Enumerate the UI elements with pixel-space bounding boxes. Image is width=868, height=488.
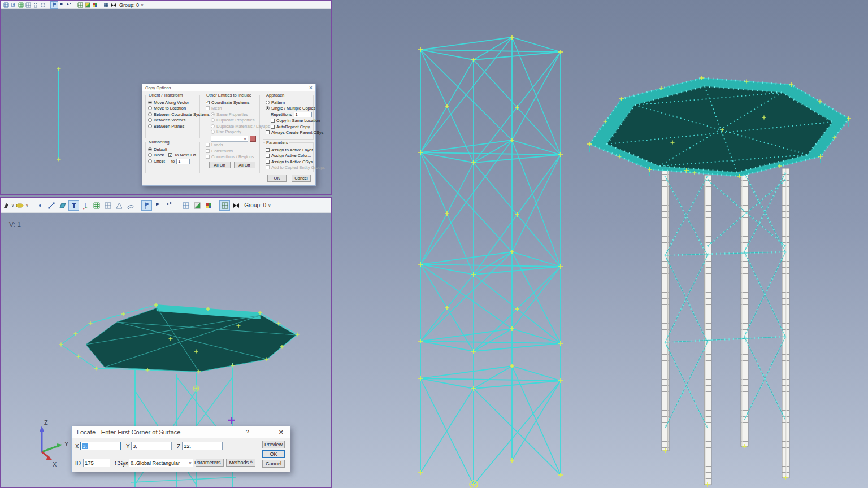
z-coordinate-field[interactable]: 12,	[182, 442, 223, 450]
grid-icon[interactable]	[25, 2, 32, 8]
mesh-grid-icon[interactable]	[92, 201, 101, 210]
meshed-table-structure[interactable]	[587, 76, 851, 487]
text-tool-icon[interactable]	[69, 201, 79, 210]
methods-button[interactable]: Methods ^	[226, 459, 255, 467]
mesh-checkbox[interactable]: Mesh	[206, 106, 258, 111]
radio-same-properties[interactable]: Same Properties	[211, 112, 258, 117]
locate-titlebar[interactable]: Locate - Enter First Corner of Surface ?…	[72, 426, 290, 438]
green-corner-grid-icon[interactable]	[84, 2, 91, 8]
green-corner-grid-icon[interactable]	[192, 201, 202, 210]
assign-active-csys-checkbox[interactable]: Assign to Active CSys	[266, 159, 312, 164]
locate-dialog[interactable]: Locate - Enter First Corner of Surface ?…	[71, 426, 290, 472]
autorepeat-copy-checkbox[interactable]: AutoRepeat Copy	[271, 124, 312, 129]
mesh-grid-icon[interactable]	[18, 2, 24, 8]
add-copied-entity-groups-checkbox[interactable]: Add to Copied Entity Groups	[266, 165, 312, 170]
flags-icon[interactable]	[66, 2, 72, 8]
repetitions-field[interactable]: 1	[294, 112, 312, 117]
ok-button[interactable]: OK	[262, 450, 285, 458]
grid-plus-icon[interactable]	[77, 2, 84, 8]
group-selector[interactable]: Group: 0 ∨	[119, 2, 144, 8]
chevron-down-icon: ∨	[189, 461, 192, 465]
radio-use-property[interactable]: Use Property	[211, 129, 258, 134]
radio-duplicate-properties[interactable]: Duplicate Properties	[211, 117, 258, 123]
grid-icon[interactable]	[103, 201, 112, 210]
cone-tool-icon[interactable]	[114, 201, 124, 210]
close-icon[interactable]: ✕	[309, 85, 313, 90]
copy-same-location-checkbox[interactable]: Copy in Same Location	[271, 118, 312, 123]
assign-active-color-checkbox[interactable]: Assign Active Color...	[266, 153, 312, 158]
chevron-down-icon: ∨	[141, 3, 144, 7]
multicolor-grid-icon[interactable]	[203, 201, 213, 210]
always-create-parent-csys-checkbox[interactable]: Always Create Parent CSys	[266, 130, 312, 135]
draw-point-icon[interactable]	[35, 201, 45, 210]
radio-numbering-block[interactable]: Block ✓ To Next IDs	[148, 152, 198, 158]
table-bracing[interactable]	[665, 173, 785, 428]
plate-surface[interactable]	[86, 304, 296, 372]
grid-tool-icon[interactable]	[3, 2, 10, 8]
all-off-button[interactable]: All Off	[234, 162, 255, 168]
id-field[interactable]: 175	[83, 459, 110, 467]
flag-pole-icon[interactable]	[142, 201, 151, 210]
radio-single-multiple[interactable]: Single / Multiple Copies	[266, 106, 312, 111]
plot-tool-icon[interactable]	[10, 2, 17, 8]
swept-surface-icon[interactable]	[125, 201, 135, 210]
wireframe-tower[interactable]	[418, 35, 563, 488]
help-icon[interactable]: ?	[246, 429, 249, 435]
select-bowtie-icon[interactable]	[110, 2, 117, 8]
draw-mode-dropdown[interactable]: ∨	[3, 202, 14, 210]
parameters-button[interactable]: Parameters...	[196, 459, 224, 467]
radio-numbering-offset[interactable]: Offset to 1	[148, 159, 198, 164]
flag-pole-icon[interactable]	[51, 2, 58, 8]
radio-move-to-location[interactable]: Move to Location	[148, 106, 198, 111]
flags-icon[interactable]	[164, 201, 174, 210]
model-window-bottom[interactable]: ∨ ∨ Group: 0 ∨ V: 1	[0, 197, 332, 488]
csys-triad-icon[interactable]	[80, 201, 90, 210]
preview-button[interactable]: Preview	[262, 441, 285, 448]
cancel-button[interactable]: Cancel	[262, 460, 285, 468]
constraints-checkbox[interactable]: Constraints	[206, 149, 258, 154]
assign-active-layer-checkbox[interactable]: Assign to Active Layer	[266, 147, 312, 152]
draw-surface-icon[interactable]	[58, 201, 67, 210]
radio-duplicate-materials[interactable]: Duplicate Materials / Layups	[211, 124, 258, 129]
draw-curve-icon[interactable]	[46, 201, 56, 210]
table-legs[interactable]	[662, 168, 789, 485]
home-view-icon[interactable]	[32, 2, 39, 8]
to-next-ids-checkbox[interactable]: ✓	[168, 153, 172, 157]
radio-move-along-vector[interactable]: Move Along Vector	[148, 100, 198, 105]
csys-combo[interactable]: 0..Global Rectangular∨	[129, 459, 193, 467]
dark-grid-icon[interactable]	[103, 2, 110, 8]
property-picker-icon[interactable]	[250, 136, 256, 142]
radio-numbering-default[interactable]: Default	[148, 147, 198, 152]
radio-between-planes[interactable]: Between Planes	[148, 124, 198, 129]
bottom-window-viewport[interactable]: V: 1	[1, 213, 331, 487]
flag-icon[interactable]	[153, 201, 163, 210]
radio-between-csys[interactable]: Between Coordinate Systems	[148, 112, 198, 117]
copy-options-titlebar[interactable]: Copy Options ✕	[142, 84, 315, 91]
copy-options-dialog[interactable]: Copy Options ✕ Orient / Transform Move A…	[142, 84, 316, 186]
copy-options-ok-button[interactable]: OK	[267, 175, 287, 182]
view-grid-icon[interactable]	[220, 201, 229, 210]
curve-entity[interactable]	[57, 67, 61, 162]
copy-options-cancel-button[interactable]: Cancel	[292, 175, 311, 182]
flag-icon[interactable]	[58, 2, 65, 8]
select-bowtie-icon[interactable]	[231, 201, 241, 210]
grid-view-icon[interactable]	[181, 201, 190, 210]
highlight-color-dropdown[interactable]: ∨	[16, 202, 28, 209]
rotate-view-icon[interactable]	[40, 2, 46, 8]
close-icon[interactable]: ✕	[279, 429, 284, 436]
y-coordinate-field[interactable]: 3,	[131, 442, 172, 450]
top-window-viewport[interactable]: Copy Options ✕ Orient / Transform Move A…	[1, 9, 331, 194]
connections-checkbox[interactable]: Connections / Regions	[206, 154, 258, 159]
table-plate[interactable]	[587, 76, 851, 178]
radio-pattern[interactable]: Pattern	[266, 100, 312, 105]
multicolor-grid-icon[interactable]	[92, 2, 98, 8]
x-coordinate-field[interactable]: 3,	[80, 442, 121, 450]
coordinate-systems-checkbox[interactable]: ✓Coordinate Systems	[206, 100, 258, 105]
numbering-to-field[interactable]: 1	[176, 159, 190, 164]
group-selector[interactable]: Group: 0 ∨	[244, 202, 271, 208]
loads-checkbox[interactable]: Loads	[206, 142, 258, 147]
model-window-top[interactable]: Group: 0 ∨ Copy Options ✕ Orient / Trans…	[0, 0, 332, 195]
all-on-button[interactable]: All On	[209, 162, 231, 168]
radio-between-vectors[interactable]: Between Vectors	[148, 117, 198, 123]
property-combo[interactable]: ∨	[211, 136, 248, 142]
